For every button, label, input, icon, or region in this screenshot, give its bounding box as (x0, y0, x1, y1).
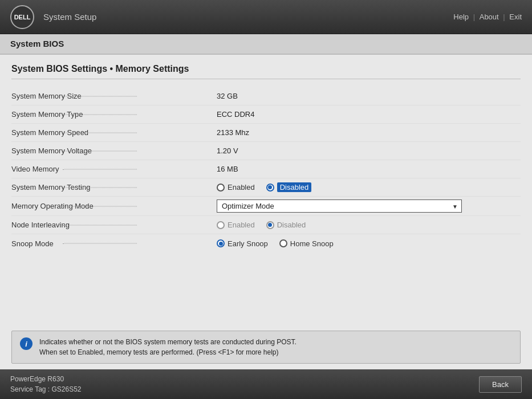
value-video-memory: 16 MB (217, 165, 521, 173)
label-system-memory-size: System Memory Size (11, 92, 137, 100)
value-system-memory-speed: 2133 Mhz (217, 128, 521, 137)
row-snoop-mode: Snoop Mode Early Snoop Home Snoop (11, 234, 521, 253)
chevron-down-icon: ▼ (452, 203, 458, 209)
top-bar-nav: Help | About | Exit (453, 13, 522, 21)
row-system-memory-testing: System Memory Testing Enabled Disabled (11, 178, 521, 197)
top-bar-left: DELL System Setup (10, 5, 96, 29)
radio-circle-home-snoop (279, 239, 287, 247)
radio-label-node-enabled: Enabled (228, 221, 255, 229)
main-content: System BIOS System BIOS Settings • Memor… (0, 34, 532, 369)
row-node-interleaving: Node Interleaving Enabled Disabled (11, 216, 521, 234)
radio-memory-testing-disabled[interactable]: Disabled (266, 182, 312, 192)
about-link[interactable]: About (480, 13, 499, 21)
value-system-memory-size: 32 GB (217, 92, 521, 100)
label-system-memory-testing: System Memory Testing (11, 183, 137, 192)
divider1: | (473, 13, 477, 21)
radio-memory-testing-enabled[interactable]: Enabled (217, 183, 255, 192)
dell-logo: DELL (10, 5, 34, 29)
service-tag: Service Tag : GS26S52 (10, 384, 82, 394)
radio-circle-disabled (266, 184, 274, 192)
radio-circle-enabled (217, 184, 225, 192)
row-memory-operating-mode: Memory Operating Mode Optimizer Mode ▼ (11, 197, 521, 216)
radio-label-home-snoop: Home Snoop (290, 239, 334, 248)
memory-operating-mode-dropdown-container: Optimizer Mode ▼ (217, 199, 521, 213)
label-system-memory-voltage: System Memory Voltage (11, 146, 137, 155)
top-bar: DELL System Setup Help | About | Exit (0, 0, 532, 34)
radio-snoop-mode-home[interactable]: Home Snoop (279, 239, 334, 248)
exit-link[interactable]: Exit (509, 13, 522, 21)
bottom-bar: PowerEdge R630 Service Tag : GS26S52 Bac… (0, 369, 532, 399)
radio-node-interleaving-disabled[interactable]: Disabled (266, 221, 306, 229)
radio-label-enabled: Enabled (228, 183, 255, 192)
info-line2: When set to Enabled, memory tests are pe… (39, 348, 279, 356)
value-system-memory-voltage: 1.20 V (217, 146, 521, 155)
row-system-memory-size: System Memory Size 32 GB (11, 87, 521, 105)
radio-group-memory-testing: Enabled Disabled (217, 182, 521, 192)
divider2: | (503, 13, 507, 21)
settings-area: System BIOS Settings • Memory Settings S… (0, 55, 532, 331)
label-snoop-mode: Snoop Mode (11, 239, 137, 248)
row-system-memory-voltage: System Memory Voltage 1.20 V (11, 142, 521, 160)
help-link[interactable]: Help (453, 13, 469, 21)
info-line1: Indicates whether or not the BIOS system… (39, 338, 297, 346)
radio-circle-early-snoop (217, 239, 225, 247)
section-header-title: System BIOS (10, 39, 64, 48)
back-button[interactable]: Back (479, 376, 522, 393)
label-memory-operating-mode: Memory Operating Mode (11, 202, 137, 210)
label-video-memory: Video Memory (11, 165, 137, 173)
row-video-memory: Video Memory 16 MB (11, 160, 521, 178)
value-system-memory-type: ECC DDR4 (217, 110, 521, 119)
row-system-memory-speed: System Memory Speed 2133 Mhz (11, 124, 521, 142)
dropdown-value: Optimizer Mode (222, 202, 274, 210)
label-system-memory-type: System Memory Type (11, 110, 137, 119)
radio-label-early-snoop: Early Snoop (228, 239, 268, 248)
label-node-interleaving: Node Interleaving (11, 221, 137, 229)
label-system-memory-speed: System Memory Speed (11, 128, 137, 137)
bottom-device-info: PowerEdge R630 Service Tag : GS26S52 (10, 374, 82, 394)
page-title: System BIOS Settings • Memory Settings (11, 64, 521, 79)
section-header: System BIOS (0, 34, 532, 55)
row-system-memory-type: System Memory Type ECC DDR4 (11, 105, 521, 124)
memory-operating-mode-dropdown[interactable]: Optimizer Mode ▼ (217, 199, 462, 213)
radio-label-disabled: Disabled (277, 182, 312, 192)
radio-node-interleaving-enabled[interactable]: Enabled (217, 221, 255, 229)
radio-label-node-disabled: Disabled (277, 221, 306, 229)
radio-group-snoop-mode: Early Snoop Home Snoop (217, 239, 521, 248)
radio-group-node-interleaving: Enabled Disabled (217, 221, 521, 229)
radio-snoop-mode-early[interactable]: Early Snoop (217, 239, 268, 248)
info-box: i Indicates whether or not the BIOS syst… (11, 331, 521, 364)
info-text: Indicates whether or not the BIOS system… (39, 337, 297, 357)
radio-circle-node-disabled (266, 221, 274, 229)
info-icon: i (20, 337, 33, 350)
radio-circle-node-enabled (217, 221, 225, 229)
top-bar-title: System Setup (43, 12, 96, 22)
device-model: PowerEdge R630 (10, 374, 82, 384)
